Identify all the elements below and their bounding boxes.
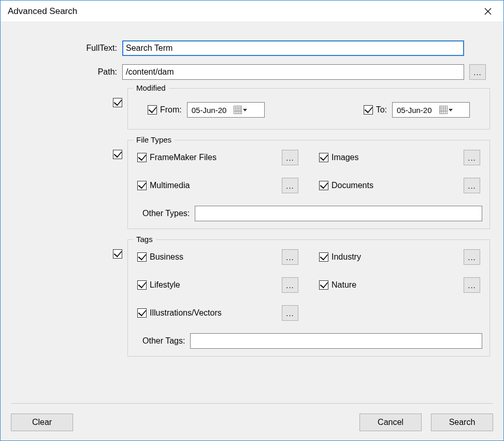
dialog-footer: Clear Cancel Search (11, 403, 493, 440)
tag-browse-illustrations[interactable]: ... (282, 305, 298, 321)
filetype-browse-framemaker[interactable]: ... (282, 150, 298, 165)
to-date-value: 05-Jun-20 (397, 106, 432, 115)
tag-browse-nature[interactable]: ... (464, 277, 480, 293)
dialog-title: Advanced Search (8, 6, 77, 17)
clear-button[interactable]: Clear (11, 414, 73, 431)
filetypes-legend: File Types (133, 135, 175, 144)
close-icon (484, 8, 492, 15)
tag-checkbox-lifestyle[interactable]: Lifestyle (137, 280, 231, 290)
calendar-icon (234, 106, 247, 114)
fulltext-label: FullText: (11, 40, 122, 53)
from-checkbox-label[interactable]: From: (148, 105, 182, 115)
from-date-value: 05-Jun-20 (192, 106, 227, 115)
filetype-checkbox-images[interactable]: Images (319, 153, 412, 162)
filetypes-section-checkbox[interactable] (113, 150, 122, 159)
tag-checkbox-business[interactable]: Business (137, 252, 231, 262)
tags-fieldset: Tags Business ... Industry (127, 239, 490, 357)
other-tags-input[interactable] (190, 333, 482, 349)
filetype-browse-multimedia[interactable]: ... (282, 178, 298, 193)
filetype-checkbox-multimedia[interactable]: Multimedia (137, 181, 231, 190)
tag-checkbox-industry[interactable]: Industry (319, 252, 412, 262)
path-browse-button[interactable]: ... (469, 64, 486, 80)
tag-browse-lifestyle[interactable]: ... (282, 277, 298, 293)
path-input[interactable] (122, 64, 464, 80)
modified-legend: Modified (133, 83, 169, 92)
calendar-icon (439, 106, 453, 114)
to-date-picker[interactable]: 05-Jun-20 (392, 102, 470, 118)
other-tags-label: Other Tags: (142, 336, 185, 346)
from-label-text: From: (160, 105, 182, 115)
fulltext-input[interactable] (122, 40, 464, 56)
titlebar: Advanced Search (1, 1, 503, 22)
filetypes-fieldset: File Types FrameMaker Files ... Images (127, 140, 490, 229)
to-label-text: To: (376, 105, 387, 115)
modified-fieldset: Modified From: 05-Jun-20 (127, 88, 490, 130)
search-button[interactable]: Search (431, 414, 493, 431)
filetype-checkbox-documents[interactable]: Documents (319, 181, 412, 190)
content-area: FullText: Path: ... Modified (1, 22, 503, 403)
advanced-search-dialog: Advanced Search FullText: Path: ... (0, 0, 504, 441)
path-label: Path: (11, 64, 122, 77)
from-checkbox[interactable] (148, 105, 157, 115)
tag-browse-business[interactable]: ... (282, 249, 298, 265)
close-button[interactable] (478, 4, 498, 19)
tag-browse-industry[interactable]: ... (464, 249, 480, 265)
cancel-button[interactable]: Cancel (359, 414, 422, 431)
other-types-input[interactable] (195, 206, 482, 221)
filetype-checkbox-framemaker[interactable]: FrameMaker Files (137, 153, 231, 162)
tags-legend: Tags (133, 235, 156, 244)
tag-checkbox-illustrations[interactable]: Illustrations/Vectors (137, 308, 231, 318)
tags-section-checkbox[interactable] (113, 249, 122, 259)
filetype-browse-documents[interactable]: ... (464, 178, 480, 193)
from-date-picker[interactable]: 05-Jun-20 (187, 102, 265, 118)
to-checkbox-label[interactable]: To: (364, 105, 387, 115)
modified-section-checkbox[interactable] (113, 98, 122, 107)
tag-checkbox-nature[interactable]: Nature (319, 280, 412, 290)
filetype-browse-images[interactable]: ... (464, 150, 480, 165)
other-types-label: Other Types: (142, 209, 190, 218)
to-checkbox[interactable] (364, 105, 373, 115)
